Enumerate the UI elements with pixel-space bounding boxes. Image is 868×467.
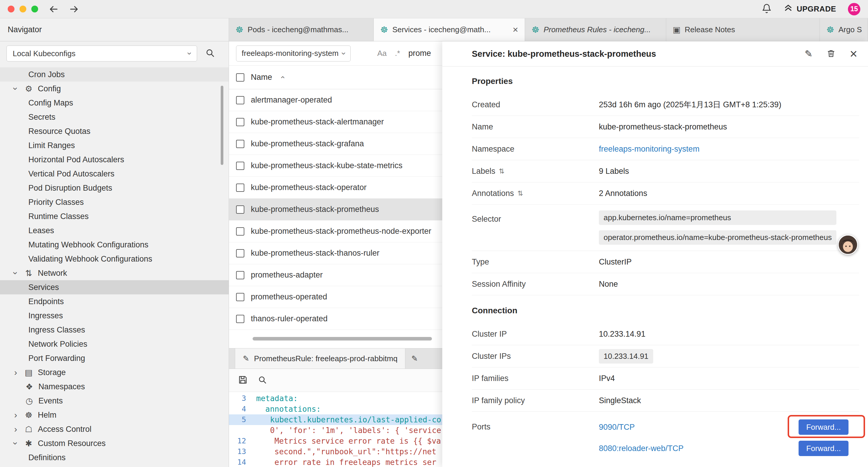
sidebar-item-definitions[interactable]: Definitions [0, 450, 229, 465]
row-checkbox[interactable] [236, 293, 244, 301]
edit-icon[interactable]: ✎ [804, 48, 812, 59]
kubernetes-icon: ☸ [826, 25, 834, 35]
table-row-selected[interactable]: kube-prometheus-stack-prometheus [229, 199, 442, 221]
sidebar-item-port-forwarding[interactable]: Port Forwarding [0, 351, 229, 365]
editor-search-icon[interactable] [258, 375, 267, 385]
sidebar-group-helm[interactable]: › ☸ Helm [0, 408, 229, 422]
forward-icon[interactable] [69, 4, 80, 14]
type-row: Type ClusterIP [472, 251, 859, 273]
sidebar-item-services[interactable]: Services [0, 280, 229, 294]
sidebar-group-access-control[interactable]: › ☖ Access Control [0, 422, 229, 436]
row-checkbox[interactable] [236, 183, 244, 192]
minimize-window-button[interactable] [20, 6, 26, 12]
sidebar-item-namespaces[interactable]: ❖ Namespaces [0, 380, 229, 394]
sidebar-item-vertical-pod-autoscalers[interactable]: Vertical Pod Autoscalers [0, 167, 229, 181]
notification-count-badge[interactable]: 15 [848, 3, 860, 16]
sidebar-item-ingress-classes[interactable]: Ingress Classes [0, 323, 229, 337]
port-link-8080-reloader-web[interactable]: 8080:reloader-web/TCP [599, 444, 684, 453]
tab-pods[interactable]: ☸ Pods - icecheng@mathmas... [229, 18, 374, 41]
sidebar-item-limit-ranges[interactable]: Limit Ranges [0, 138, 229, 152]
search-input[interactable]: prome [408, 49, 431, 58]
sidebar-item-ingresses[interactable]: Ingresses [0, 309, 229, 323]
sidebar-item-resource-quotas[interactable]: Resource Quotas [0, 124, 229, 138]
row-checkbox[interactable] [236, 118, 244, 126]
maximize-window-button[interactable] [31, 6, 38, 12]
expand-toggle-icon[interactable]: ⇅ [518, 189, 523, 198]
sidebar-item-priority-classes[interactable]: Priority Classes [0, 195, 229, 209]
tab-prometheus-rules[interactable]: ☸ Prometheus Rules - icecheng... [525, 18, 666, 41]
cluster-ips-row: Cluster IPs 10.233.14.91 [472, 345, 859, 368]
regex-toggle[interactable]: .* [395, 49, 400, 58]
row-checkbox[interactable] [236, 271, 244, 279]
match-case-toggle[interactable]: Aa [377, 49, 387, 58]
table-row[interactable]: prometheus-operated [229, 286, 442, 308]
table-row[interactable]: kube-prometheus-stack-alertmanager [229, 111, 442, 133]
row-checkbox[interactable] [236, 140, 244, 148]
upgrade-label: UPGRADE [797, 4, 836, 13]
sidebar-item-pod-disruption-budgets[interactable]: Pod Disruption Budgets [0, 181, 229, 195]
sidebar-group-network[interactable]: › ⇅ Network [0, 266, 229, 280]
select-all-checkbox[interactable] [236, 73, 244, 82]
sidebar-scrollbar[interactable] [221, 86, 223, 165]
namespace-select[interactable]: freeleaps-monitoring-system › [236, 46, 351, 61]
forward-button[interactable]: Forward... [799, 441, 848, 456]
sidebar-group-config[interactable]: › ⚙ Config [0, 82, 229, 96]
trash-icon[interactable] [827, 49, 836, 59]
sidebar-item-config-maps[interactable]: Config Maps [0, 96, 229, 110]
sidebar-group-storage[interactable]: › ▤ Storage [0, 365, 229, 380]
sort-ascending-icon: › [278, 76, 287, 79]
network-arrows-icon: ⇅ [24, 268, 34, 278]
expand-toggle-icon[interactable]: ⇅ [499, 167, 505, 175]
bell-icon[interactable] [762, 4, 772, 15]
avatar[interactable] [838, 235, 858, 255]
yaml-editor[interactable]: 3metadata: 4annotations: 5kubectl.kubern… [229, 392, 442, 467]
dock-tab-prometheusrule[interactable]: ✎ PrometheusRule: freeleaps-prod-rabbitm… [235, 348, 405, 369]
sidebar-item-runtime-classes[interactable]: Runtime Classes [0, 209, 229, 224]
sidebar-group-custom-resources[interactable]: › ✱ Custom Resources [0, 436, 229, 450]
sidebar-item-events[interactable]: ◷ Events [0, 394, 229, 408]
sidebar-item-leases[interactable]: Leases [0, 224, 229, 238]
sidebar-item-mutating-webhook-configurations[interactable]: Mutating Webhook Configurations [0, 238, 229, 252]
forward-button[interactable]: Forward... [799, 419, 848, 435]
sidebar-search-icon[interactable] [205, 48, 215, 59]
close-window-button[interactable] [8, 6, 14, 12]
tab-services[interactable]: ☸ Services - icecheng@math... × [374, 18, 525, 41]
sidebar-item-validating-webhook-configurations[interactable]: Validating Webhook Configurations [0, 252, 229, 266]
row-checkbox[interactable] [236, 315, 244, 323]
sidebar-item-endpoints[interactable]: Endpoints [0, 294, 229, 309]
row-checkbox[interactable] [236, 249, 244, 258]
row-checkbox[interactable] [236, 205, 244, 214]
shield-icon: ☖ [24, 425, 34, 434]
upgrade-button[interactable]: UPGRADE [783, 3, 836, 15]
name-column-header[interactable]: Name [251, 73, 272, 82]
back-icon[interactable] [48, 4, 59, 14]
sidebar-item-network-policies[interactable]: Network Policies [0, 337, 229, 351]
table-row[interactable]: prometheus-adapter [229, 264, 442, 286]
namespace-link[interactable]: freeleaps-monitoring-system [599, 145, 700, 154]
table-row[interactable]: kube-prometheus-stack-kube-state-metrics [229, 155, 442, 177]
port-link-9090[interactable]: 9090/TCP [599, 423, 635, 432]
row-checkbox[interactable] [236, 162, 244, 170]
table-row[interactable]: kube-prometheus-stack-prometheus-node-ex… [229, 221, 442, 242]
table-row[interactable]: kube-prometheus-stack-grafana [229, 133, 442, 155]
table-row[interactable]: alertmanager-operated [229, 89, 442, 111]
sidebar-item-horizontal-pod-autoscalers[interactable]: Horizontal Pod Autoscalers [0, 152, 229, 167]
save-icon[interactable] [238, 375, 248, 386]
close-icon[interactable]: × [509, 24, 518, 35]
dock-tab-partial[interactable]: ✎ [405, 348, 424, 369]
tab-release-notes[interactable]: ▣ Release Notes [666, 18, 820, 41]
editor-line: 0', 'for': '1m', 'labels': { 'service [229, 425, 442, 436]
main-area: ☸ Pods - icecheng@mathmas... ☸ Services … [229, 18, 868, 467]
sidebar-item-cron-jobs[interactable]: Cron Jobs [0, 67, 229, 82]
row-checkbox[interactable] [236, 96, 244, 104]
tab-argo[interactable]: ☸ Argo S [820, 18, 868, 41]
table-row[interactable]: kube-prometheus-stack-operator [229, 177, 442, 199]
row-checkbox[interactable] [236, 227, 244, 236]
horizontal-scrollbar[interactable] [253, 337, 432, 341]
pencil-icon: ✎ [243, 354, 249, 363]
table-row[interactable]: thanos-ruler-operated [229, 308, 442, 330]
close-icon[interactable]: × [850, 47, 857, 60]
kubeconfig-select[interactable]: Local Kubeconfigs › [6, 46, 197, 61]
table-row[interactable]: kube-prometheus-stack-thanos-ruler [229, 242, 442, 264]
sidebar-item-secrets[interactable]: Secrets [0, 110, 229, 124]
